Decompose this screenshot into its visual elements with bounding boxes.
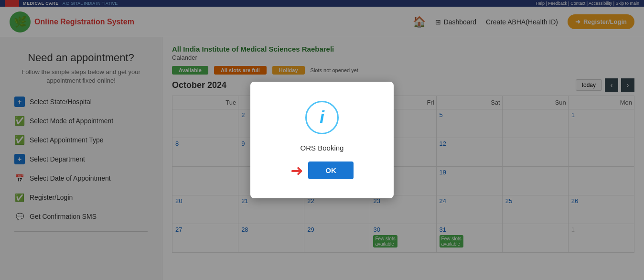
modal-ok-button[interactable]: OK bbox=[308, 162, 354, 179]
modal-box: i ORS Booking ➜ OK bbox=[250, 82, 394, 198]
info-icon-text: i bbox=[320, 108, 324, 128]
arrow-right-icon: ➜ bbox=[290, 163, 303, 178]
modal-overlay: i ORS Booking ➜ OK bbox=[0, 0, 644, 280]
modal-info-icon: i bbox=[305, 101, 339, 134]
modal-title: ORS Booking bbox=[279, 144, 365, 152]
modal-action-area: ➜ OK bbox=[279, 162, 365, 179]
